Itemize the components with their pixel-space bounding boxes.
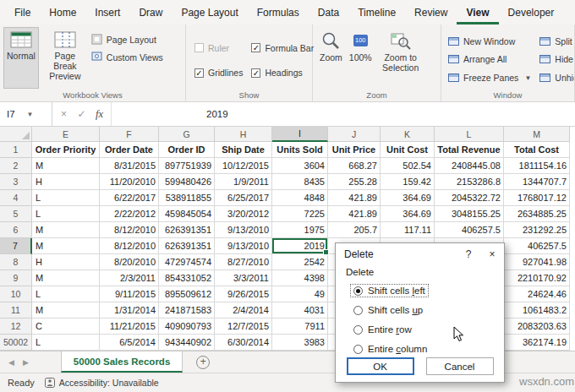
cell-K4[interactable]: 364.69	[381, 190, 435, 206]
cell-H11[interactable]: 2/4/2014	[215, 302, 272, 318]
cell-M3[interactable]: 1344707.7	[504, 174, 570, 190]
cell-H2[interactable]: 10/12/2015	[215, 158, 272, 174]
insert-function-button[interactable]: fx	[91, 108, 107, 121]
cell-K1[interactable]: Unit Cost	[381, 142, 435, 158]
cell-G3[interactable]: 599480426	[159, 174, 215, 190]
cell-E5[interactable]: L	[32, 206, 100, 222]
cell-M10[interactable]: 24624.46	[504, 286, 570, 302]
cell-I1[interactable]: Units Sold	[272, 142, 328, 158]
cell-E50002[interactable]: L	[32, 335, 100, 351]
cell-K6[interactable]: 117.11	[381, 222, 435, 238]
cell-H9[interactable]: 3/3/2011	[215, 270, 272, 286]
cell-E9[interactable]: M	[32, 270, 100, 286]
cell-E12[interactable]: C	[32, 318, 100, 335]
cell-F6[interactable]: 8/12/2010	[100, 222, 159, 238]
tab-page-layout[interactable]: Page Layout	[172, 0, 247, 24]
cell-H10[interactable]: 9/26/2015	[215, 286, 272, 302]
row-header-5[interactable]: 5	[0, 206, 32, 222]
cell-M11[interactable]: 1061483.2	[504, 302, 570, 318]
column-header-G[interactable]: G	[159, 127, 215, 142]
cell-G7[interactable]: 626391351	[159, 238, 215, 254]
cell-M5[interactable]: 2634885.25	[504, 206, 570, 222]
tab-review[interactable]: Review	[405, 0, 457, 24]
cell-G50002[interactable]: 943440902	[159, 335, 215, 351]
checkbox-ruler[interactable]: Ruler	[194, 43, 243, 53]
cell-E4[interactable]: L	[32, 190, 100, 206]
cell-M7[interactable]: 406257.5	[504, 238, 570, 254]
cell-I9[interactable]: 4398	[272, 270, 328, 286]
row-header-1[interactable]: 1	[0, 142, 32, 158]
cell-G6[interactable]: 626391351	[159, 222, 215, 238]
tab-home[interactable]: Home	[40, 0, 85, 24]
cell-M50002[interactable]: 362174.19	[504, 335, 570, 351]
cell-K5[interactable]: 364.69	[381, 206, 435, 222]
cell-J1[interactable]: Unit Price	[328, 142, 381, 158]
row-header-10[interactable]: 10	[0, 286, 32, 302]
cell-M2[interactable]: 1811154.16	[504, 158, 570, 174]
tab-scroll-left-icon[interactable]: ◀	[8, 358, 14, 367]
row-header-11[interactable]: 11	[0, 302, 32, 318]
cell-L4[interactable]: 2045322.72	[435, 190, 504, 206]
formula-enter-button[interactable]: ✓	[74, 108, 90, 120]
unhide-button[interactable]: Unhide	[539, 73, 575, 83]
normal-view-button[interactable]: Normal	[3, 27, 39, 89]
tab-timeline[interactable]: Timeline	[348, 0, 405, 24]
cell-E7[interactable]: M	[32, 238, 100, 254]
tab-view[interactable]: View	[457, 0, 498, 24]
cell-M6[interactable]: 231292.25	[504, 222, 570, 238]
cell-E3[interactable]: H	[32, 174, 100, 190]
cell-I11[interactable]: 4031	[272, 302, 328, 318]
cell-G2[interactable]: 897751939	[159, 158, 215, 174]
add-sheet-button[interactable]: +	[196, 356, 210, 369]
cell-I5[interactable]: 7225	[272, 206, 328, 222]
checkbox-formula-bar[interactable]: ✓Formula Bar	[251, 43, 314, 53]
cell-F4[interactable]: 6/22/2017	[100, 190, 159, 206]
name-box[interactable]: I7 ▼	[0, 102, 52, 126]
formula-input[interactable]: 2019	[112, 102, 575, 126]
column-header-E[interactable]: E	[32, 127, 100, 142]
chevron-down-icon[interactable]: ▼	[27, 111, 34, 118]
row-header-2[interactable]: 2	[0, 158, 32, 174]
checkbox-gridlines[interactable]: ✓Gridlines	[194, 68, 243, 78]
cell-I2[interactable]: 3604	[272, 158, 328, 174]
cell-G9[interactable]: 854331052	[159, 270, 215, 286]
cell-M1[interactable]: Total Cost	[504, 142, 570, 158]
cell-F11[interactable]: 1/31/2014	[100, 302, 159, 318]
column-header-K[interactable]: K	[381, 127, 435, 142]
cell-L1[interactable]: Total Revenue	[435, 142, 504, 158]
cell-M12[interactable]: 2083203.63	[504, 318, 570, 335]
tab-draw[interactable]: Draw	[129, 0, 172, 24]
cell-I7[interactable]: 2019	[272, 238, 328, 254]
row-header-12[interactable]: 12	[0, 318, 32, 335]
cell-F12[interactable]: 11/21/2015	[100, 318, 159, 335]
cell-G12[interactable]: 409090793	[159, 318, 215, 335]
tab-scroll-right-icon[interactable]: ▶	[23, 358, 29, 367]
row-header-7[interactable]: 7	[0, 238, 32, 254]
dialog-title-bar[interactable]: Delete ? ×	[336, 243, 504, 265]
tab-file[interactable]: File	[5, 0, 40, 24]
row-header-4[interactable]: 4	[0, 190, 32, 206]
cell-L5[interactable]: 3048155.25	[435, 206, 504, 222]
cell-M9[interactable]: 2210170.92	[504, 270, 570, 286]
new-window-button[interactable]: New Window	[448, 36, 531, 46]
cell-G5[interactable]: 459845054	[159, 206, 215, 222]
cell-M8[interactable]: 927041.98	[504, 254, 570, 270]
cell-H4[interactable]: 6/25/2017	[215, 190, 272, 206]
cell-L3[interactable]: 2153286.8	[435, 174, 504, 190]
cell-I3[interactable]: 8435	[272, 174, 328, 190]
page-layout-button[interactable]: Page Layout	[91, 34, 163, 45]
radio-shift-cells-up[interactable]: Shift cells up	[350, 303, 426, 317]
cell-H7[interactable]: 9/13/2010	[215, 238, 272, 254]
cell-J4[interactable]: 421.89	[328, 190, 381, 206]
hide-button[interactable]: Hide	[539, 54, 575, 64]
row-header-8[interactable]: 8	[0, 254, 32, 270]
row-header-3[interactable]: 3	[0, 174, 32, 190]
cell-F9[interactable]: 2/3/2011	[100, 270, 159, 286]
column-header-H[interactable]: H	[215, 127, 272, 142]
tab-formulas[interactable]: Formulas	[248, 0, 309, 24]
column-header-F[interactable]: F	[100, 127, 159, 142]
cell-I8[interactable]: 2542	[272, 254, 328, 270]
cell-F50002[interactable]: 6/5/2014	[100, 335, 159, 351]
column-header-I[interactable]: I	[272, 127, 328, 142]
dialog-help-button[interactable]: ?	[457, 243, 480, 265]
